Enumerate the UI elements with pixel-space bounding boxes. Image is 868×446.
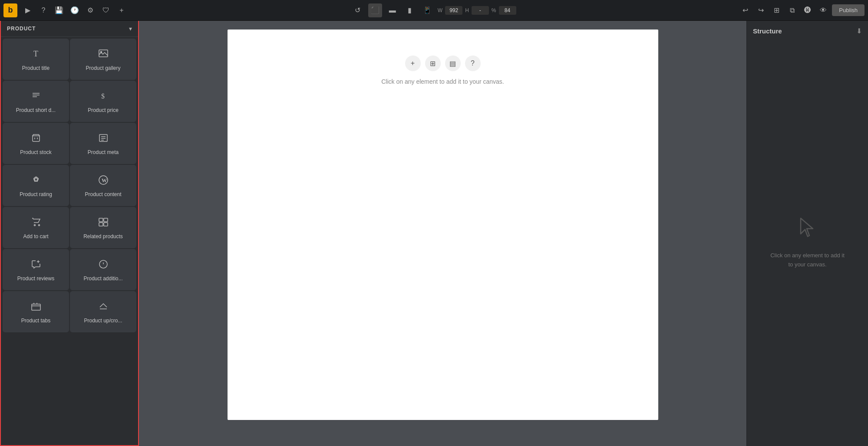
right-panel-hint: Click on any element to add it to your c… bbox=[769, 251, 847, 269]
widget-product-additional[interactable]: Product additio... bbox=[70, 249, 136, 290]
height-value[interactable]: - bbox=[472, 6, 489, 15]
main-area: PRODUCT ▾ TProduct titleProduct galleryP… bbox=[0, 21, 868, 446]
top-toolbar: b ▶ ? 💾 🕐 ⚙ 🛡 + ↺ ⬛ ▬ ▮ 📱 W 992 H - % 84… bbox=[0, 0, 868, 21]
tablet-portrait-button[interactable]: ▮ bbox=[403, 3, 417, 17]
widget-icon-product-title: T bbox=[31, 49, 41, 61]
svg-text:$: $ bbox=[101, 92, 105, 100]
widget-label-product-additional: Product additio... bbox=[83, 275, 122, 282]
right-panel: Structure ⬇ Click on any element to add … bbox=[746, 21, 868, 446]
widget-label-product-price: Product price bbox=[88, 107, 119, 114]
widget-label-product-reviews: Product reviews bbox=[17, 275, 54, 282]
cursor-icon bbox=[795, 215, 821, 241]
mobile-button[interactable]: 📱 bbox=[420, 3, 434, 17]
svg-rect-18 bbox=[99, 223, 103, 226]
tablet-landscape-button[interactable]: ▬ bbox=[386, 3, 399, 17]
svg-rect-19 bbox=[104, 223, 108, 226]
right-panel-header: Structure ⬇ bbox=[753, 27, 862, 35]
widget-label-product-short-desc: Product short d... bbox=[16, 107, 56, 114]
widget-label-add-to-cart: Add to cart bbox=[23, 233, 48, 240]
settings-tool[interactable]: ⚙ bbox=[83, 3, 97, 17]
widget-icon-product-price: $ bbox=[98, 91, 109, 103]
widget-icon-product-stock bbox=[31, 133, 41, 145]
widget-icon-product-short-desc bbox=[31, 91, 41, 103]
widgets-grid: TProduct titleProduct galleryProduct sho… bbox=[1, 37, 138, 334]
canvas-tools: +⊞▤? bbox=[405, 56, 481, 71]
logo-button[interactable]: b bbox=[3, 3, 17, 17]
redo-right-button[interactable]: ↪ bbox=[754, 3, 768, 17]
widget-product-tabs[interactable]: Product tabs bbox=[3, 291, 69, 332]
zoom-label: % bbox=[492, 7, 496, 13]
shield-tool[interactable]: 🛡 bbox=[99, 3, 113, 17]
svg-text:T: T bbox=[33, 49, 38, 58]
widget-icon-product-rating bbox=[31, 175, 41, 187]
preview-button[interactable]: 👁 bbox=[816, 3, 830, 17]
widget-label-product-tabs: Product tabs bbox=[21, 318, 50, 325]
dimensions-group: W 992 H - % 84 bbox=[438, 6, 516, 15]
canvas-frame: +⊞▤? Click on any element to add it to y… bbox=[228, 30, 658, 420]
right-panel-title: Structure bbox=[753, 27, 782, 35]
save-tool[interactable]: 💾 bbox=[52, 3, 66, 17]
toolbar-right: ↩ ↪ ⊞ ⧉ 🅦 👁 Publish bbox=[738, 3, 865, 17]
sidebar-collapse-button[interactable]: ▾ bbox=[129, 25, 132, 32]
widget-product-reviews[interactable]: Product reviews bbox=[3, 249, 69, 290]
widget-icon-product-content: W bbox=[98, 175, 109, 187]
widget-icon-product-meta bbox=[98, 133, 109, 145]
svg-rect-16 bbox=[99, 218, 103, 222]
svg-text:W: W bbox=[102, 177, 107, 184]
zoom-value[interactable]: 84 bbox=[499, 6, 516, 15]
layers-button[interactable]: ⧉ bbox=[785, 3, 799, 17]
publish-button[interactable]: Publish bbox=[832, 4, 865, 16]
help-tool[interactable]: ? bbox=[36, 3, 50, 17]
widget-icon-related-products bbox=[98, 217, 109, 229]
widget-label-product-content: Product content bbox=[85, 191, 121, 198]
widget-product-rating[interactable]: Product rating bbox=[3, 165, 69, 206]
widget-label-product-meta: Product meta bbox=[88, 149, 119, 156]
widget-label-product-rating: Product rating bbox=[20, 191, 52, 198]
widget-label-product-upcross: Product up/cro... bbox=[84, 318, 122, 325]
width-label: W bbox=[438, 7, 442, 13]
svg-rect-23 bbox=[32, 304, 40, 310]
widget-icon-product-tabs bbox=[31, 301, 41, 313]
width-value[interactable]: 992 bbox=[445, 6, 462, 15]
canvas-tool-add[interactable]: + bbox=[405, 56, 421, 71]
widget-product-price[interactable]: $Product price bbox=[70, 81, 136, 122]
desktop-button[interactable]: ⬛ bbox=[368, 3, 382, 17]
widget-product-gallery[interactable]: Product gallery bbox=[70, 39, 136, 80]
widget-label-product-gallery: Product gallery bbox=[86, 65, 120, 72]
right-panel-body: Click on any element to add it to your c… bbox=[753, 44, 862, 440]
widget-label-product-title: Product title bbox=[22, 65, 50, 72]
sidebar-panel: PRODUCT ▾ TProduct titleProduct galleryP… bbox=[0, 21, 139, 446]
canvas-tool-help[interactable]: ? bbox=[465, 56, 481, 71]
widget-related-products[interactable]: Related products bbox=[70, 207, 136, 248]
widget-icon-product-additional bbox=[98, 259, 109, 271]
widget-add-to-cart[interactable]: Add to cart bbox=[3, 207, 69, 248]
height-label: H bbox=[465, 7, 469, 13]
svg-point-2 bbox=[100, 51, 102, 52]
widget-product-upcross[interactable]: Product up/cro... bbox=[70, 291, 136, 332]
widget-product-meta[interactable]: Product meta bbox=[70, 123, 136, 164]
widget-label-product-stock: Product stock bbox=[20, 149, 52, 156]
sidebar-header: PRODUCT ▾ bbox=[1, 21, 138, 37]
svg-rect-17 bbox=[104, 218, 108, 222]
widget-icon-product-reviews bbox=[31, 259, 41, 271]
widget-product-title[interactable]: TProduct title bbox=[3, 39, 69, 80]
widget-product-short-desc[interactable]: Product short d... bbox=[3, 81, 69, 122]
sidebar-title: PRODUCT bbox=[7, 26, 36, 32]
canvas-tool-folder[interactable]: ▤ bbox=[445, 56, 461, 71]
widget-product-content[interactable]: WProduct content bbox=[70, 165, 136, 206]
grid-button[interactable]: ⊞ bbox=[769, 3, 783, 17]
svg-point-14 bbox=[34, 224, 35, 226]
wordpress-button[interactable]: 🅦 bbox=[801, 3, 815, 17]
widget-product-stock[interactable]: Product stock bbox=[3, 123, 69, 164]
history-tool[interactable]: 🕐 bbox=[68, 3, 82, 17]
add-tool[interactable]: + bbox=[115, 3, 129, 17]
canvas-area[interactable]: +⊞▤? Click on any element to add it to y… bbox=[139, 21, 746, 446]
svg-point-15 bbox=[38, 224, 40, 226]
right-panel-download-icon[interactable]: ⬇ bbox=[856, 27, 862, 35]
canvas-tool-columns[interactable]: ⊞ bbox=[425, 56, 441, 71]
undo-button[interactable]: ↺ bbox=[351, 3, 365, 17]
undo-right-button[interactable]: ↩ bbox=[738, 3, 752, 17]
widget-label-related-products: Related products bbox=[83, 233, 123, 240]
canvas-hint: Click on any element to add it to your c… bbox=[381, 78, 504, 85]
cursor-tool[interactable]: ▶ bbox=[21, 3, 35, 17]
